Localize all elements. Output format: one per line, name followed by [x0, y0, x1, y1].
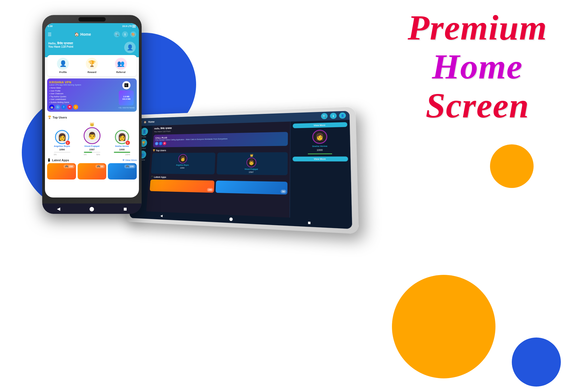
crown-icon-vinod: 👑	[90, 122, 94, 126]
land-social-fb: f	[159, 142, 162, 145]
info-icon[interactable]: ℹ	[122, 31, 128, 37]
app-header: ☰ 🏠 Home 🔍 ℹ 🎨	[45, 29, 139, 39]
profile-avatar-button[interactable]: 👤	[124, 42, 136, 53]
app-item-2[interactable]: 🎮 50	[78, 163, 107, 180]
sneha-progress-label: 100%	[114, 154, 130, 156]
social-icon-other: ❤	[67, 105, 72, 110]
top-users-title: 🏆 Top Users	[48, 116, 67, 119]
banner-icons-area: 🅺 2.8 MB102.8 MB +91 9307878948	[118, 81, 135, 110]
app-badge-2: 🎮 50	[95, 165, 105, 168]
land-user-angeline: 👩 Angeline Reyes 1094	[151, 153, 215, 174]
app-badge-1: 🎮 150	[63, 165, 75, 168]
palette-icon[interactable]: 🎨	[130, 31, 136, 37]
krishna-logo: 🅺	[122, 81, 130, 89]
land-angeline-name: Angeline Reyes	[176, 164, 189, 166]
landscape-header-icons: 🔍 ℹ 👤	[321, 112, 346, 119]
nav-back-icon[interactable]: ◀	[57, 206, 60, 211]
search-icon[interactable]: 🔍	[114, 31, 120, 37]
view-more-apps-btn[interactable]: View More	[293, 156, 348, 161]
vinod-name: Vinod Prajapat	[84, 145, 100, 147]
social-icon-google: G	[55, 105, 60, 110]
sneha-name: Sneha Verma	[115, 145, 129, 147]
status-bar: 5:30 15.9 LTE ▌▌	[45, 23, 139, 29]
land-sneha-progress-bar	[308, 153, 332, 154]
menu-item-referral[interactable]: 👥 Referral	[115, 58, 127, 74]
land-sneha-progress-fill	[308, 153, 332, 154]
decorative-circle-orange-bottom	[392, 275, 495, 378]
land-social-other: ❤	[163, 142, 166, 145]
menu-grid: 👤 Profile 🏆 Reward 👥 Referral	[47, 55, 137, 76]
user-card-vinod: 👑 👨 Vinod Prajapat 1597 0%50%	[84, 122, 101, 156]
app-badge-3: 🎮 100	[124, 165, 135, 168]
landscape-header-left: ☰ 🏠 Home	[140, 120, 154, 123]
title-line2: Home	[408, 47, 547, 86]
land-app-2[interactable]: 50	[215, 181, 287, 195]
land-nav-home[interactable]: ⬤	[229, 217, 233, 221]
vinod-progress-bar	[84, 152, 100, 153]
phone-shell-landscape: ☰ 🏠 Home 🔍 ℹ 👤 👤	[124, 107, 359, 234]
phone-landscape: ☰ 🏠 Home 🔍 ℹ 👤 👤	[124, 107, 359, 234]
phone-screen-upright: 5:30 15.9 LTE ▌▌ ☰ 🏠 Home 🔍 ℹ 🎨	[45, 23, 139, 197]
land-top-users-header: 🏆 Top Users	[153, 148, 288, 152]
power-button	[357, 129, 359, 140]
banner-features-list: Home Slider User Profile User Chatroom T…	[49, 87, 116, 104]
app-item-3[interactable]: 🎮 100	[108, 163, 137, 180]
title-line3: Screen	[408, 86, 547, 125]
land-trophy-icon: 🏆	[153, 149, 155, 152]
menu-icon[interactable]: ☰	[48, 32, 51, 37]
land-sneha-name-right: Sneha Verma	[312, 145, 327, 148]
land-nav-square[interactable]: ◼	[308, 220, 311, 225]
menu-item-profile[interactable]: 👤 Profile	[57, 58, 69, 74]
land-top-users-title: 🏆 Top Users	[153, 149, 166, 152]
land-app-badge-2: 50	[281, 190, 286, 193]
user-card-angeline: 👩 2 Angeline Reyes 1094 0%	[54, 130, 70, 156]
header-icons-right: 🔍 ℹ 🎨	[114, 31, 136, 37]
title-line1: Premium	[408, 8, 547, 47]
land-app-1[interactable]: 150	[150, 180, 214, 193]
social-icon-facebook: f	[61, 105, 66, 110]
land-app-title: Home	[148, 120, 155, 123]
banner-text-area: KRISHNA VPN Latest VPN App With Earning …	[49, 81, 116, 110]
referral-icon-bg: 👥	[115, 58, 127, 70]
land-banner: CALL PLUS Free Number Online Calling App…	[153, 132, 288, 147]
sneha-progress-fill	[114, 152, 130, 153]
banner-phone-number: +91 9307878948	[118, 107, 135, 109]
view-more-referral-btn[interactable]: View More	[293, 122, 347, 128]
latest-apps-section: 📱 Latest Apps 👁 View More 🎮 150 🎮 50	[45, 158, 139, 180]
nav-home-icon[interactable]: ⬤	[89, 206, 94, 211]
decorative-circle-orange-right	[490, 144, 534, 188]
reward-icon-bg: 🏆	[86, 58, 98, 70]
volume-up-button	[357, 146, 359, 154]
sneha-rank-badge: 3	[125, 140, 130, 145]
landscape-content: ☰ 🏠 Home 🔍 ℹ 👤 👤	[129, 111, 352, 229]
land-profile-icon[interactable]: 👤	[339, 112, 346, 118]
land-vinod-avatar: 👨	[246, 157, 256, 167]
angeline-progress-bar	[54, 152, 70, 153]
latest-apps-title: 📱 Latest Apps	[47, 158, 69, 162]
land-search-icon[interactable]: 🔍	[321, 113, 328, 119]
land-home-emoji: 🏠	[144, 121, 147, 123]
nav-square-icon[interactable]: ◼	[123, 206, 127, 211]
land-sneha-avatar-large: 👩	[312, 130, 327, 144]
social-icon-vpn: V	[73, 105, 78, 110]
top-users-grid: 👩 2 Angeline Reyes 1094 0% 👑	[45, 121, 139, 158]
header-title-area: 🏠 Home	[74, 32, 91, 37]
view-more-button[interactable]: 👁 View More	[122, 159, 137, 162]
land-info-icon[interactable]: ℹ	[330, 113, 337, 119]
volume-down-button	[358, 156, 359, 164]
social-icon-android: 🤖	[49, 105, 54, 110]
land-vinod-pts: 1597	[249, 171, 254, 173]
reward-label: Reward	[87, 71, 96, 74]
menu-item-reward[interactable]: 🏆 Reward	[86, 58, 98, 74]
land-angeline-avatar: 👩	[178, 154, 187, 163]
land-nav-back[interactable]: ◀	[160, 214, 163, 218]
app-item-1[interactable]: 🎮 150	[47, 163, 76, 180]
angeline-progress-label: 0%	[54, 154, 70, 156]
land-phone-icon: 📱	[151, 176, 153, 178]
landscape-main: Hello, विनोद प्रजापत! You Have 118 Point…	[146, 121, 290, 217]
landscape-right-panel: View More 👩 Sneha Verma 1000 View More	[290, 120, 352, 220]
land-sneha-pts-right: 1000	[317, 148, 323, 151]
land-apps-row: 150 50	[150, 180, 287, 195]
banner-phone-preview: 2.8 MB102.8 MB	[119, 90, 134, 105]
top-users-header: 🏆 Top Users	[45, 114, 139, 121]
